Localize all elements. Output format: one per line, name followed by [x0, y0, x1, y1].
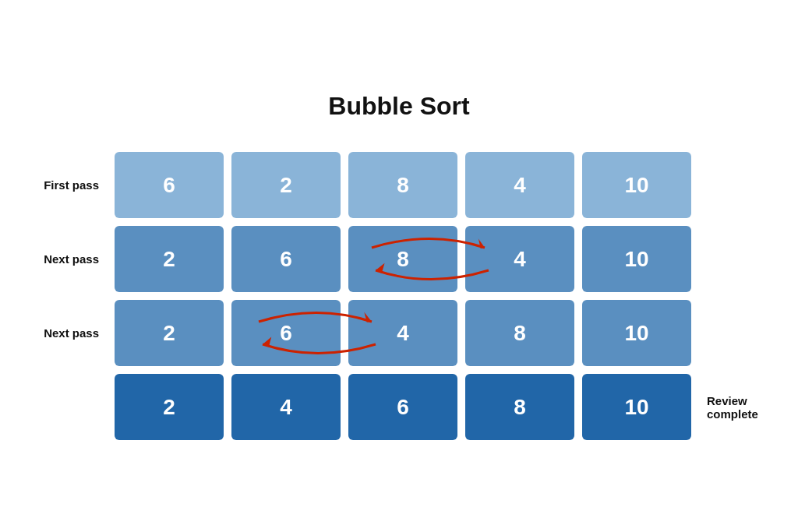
- cell-r4-1: 4: [231, 374, 341, 440]
- cell-r1-4: 10: [582, 152, 691, 218]
- cell-r1-2: 8: [348, 152, 457, 218]
- cell-r3-3: 8: [465, 300, 574, 366]
- cell-r1-0: 6: [115, 152, 224, 218]
- row-4-suffix: Review complete: [699, 394, 777, 421]
- cell-r4-2: 6: [348, 374, 457, 440]
- cell-r3-1: 6: [231, 300, 341, 366]
- cell-r2-0: 2: [115, 226, 224, 292]
- cell-r3-4: 10: [582, 300, 691, 366]
- cell-r2-2: 8: [348, 226, 457, 292]
- page-title: Bubble Sort: [328, 92, 469, 121]
- cell-r4-4: 10: [582, 374, 691, 440]
- cell-r4-3: 8: [465, 374, 574, 440]
- grid-container: First pass 6 2 8 4 10 Next pass 2 6 8 4 …: [21, 152, 777, 440]
- row-1: First pass 6 2 8 4 10: [21, 152, 777, 218]
- cell-r3-0: 2: [115, 300, 224, 366]
- row-4: 2 4 6 8 10 Review complete: [21, 374, 777, 440]
- cell-r2-1: 6: [231, 226, 341, 292]
- cell-r1-3: 4: [465, 152, 574, 218]
- cell-r3-2: 4: [348, 300, 457, 366]
- row-3-label: Next pass: [21, 326, 107, 340]
- row-1-label: First pass: [21, 178, 107, 192]
- cell-r2-3: 4: [465, 226, 574, 292]
- row-2-label: Next pass: [21, 252, 107, 266]
- cell-r1-1: 2: [231, 152, 341, 218]
- cell-r4-0: 2: [115, 374, 224, 440]
- row-3: Next pass 2 6 4 8 10: [21, 300, 777, 366]
- row-2: Next pass 2 6 8 4 10: [21, 226, 777, 292]
- cell-r2-4: 10: [582, 226, 691, 292]
